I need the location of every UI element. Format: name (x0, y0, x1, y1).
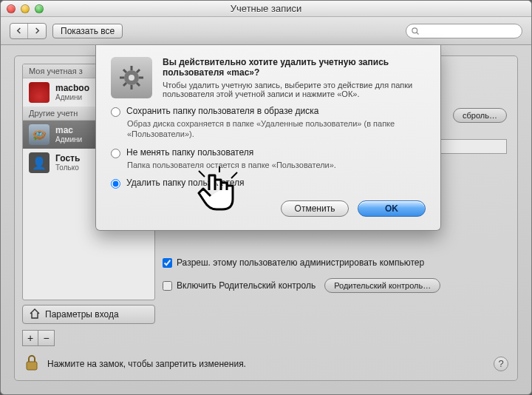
sheet-subtitle: Чтобы удалить учетную запись, выберите э… (163, 81, 426, 98)
option-keep-folder-label: Не менять папку пользователя (126, 147, 253, 158)
search-icon (411, 27, 420, 36)
option-save-disk-image-desc: Образ диска сохраняется в папке «Удаленн… (127, 118, 426, 140)
cancel-button[interactable]: Отменить (281, 200, 349, 217)
preferences-window: Учетные записи Показать все Моя учетная … (0, 0, 532, 395)
svg-line-1 (417, 32, 419, 34)
search-field[interactable] (406, 24, 522, 38)
gear-icon (111, 57, 152, 98)
option-delete-folder-label: Удалить папку пользователя (126, 178, 245, 188)
back-button[interactable] (10, 24, 28, 38)
option-save-disk-image-radio[interactable] (111, 107, 120, 117)
svg-line-8 (123, 70, 126, 72)
delete-account-sheet: Вы действительно хотите удалить учетную … (95, 45, 441, 231)
option-keep-folder-radio[interactable] (111, 149, 120, 158)
svg-line-10 (137, 70, 140, 72)
sheet-title: Вы действительно хотите удалить учетную … (163, 57, 426, 78)
svg-point-0 (412, 27, 417, 33)
search-input[interactable] (423, 27, 517, 36)
option-save-disk-image-label: Сохранить папку пользователя в образе ди… (126, 106, 318, 116)
window-title: Учетные записи (1, 3, 531, 14)
ok-button[interactable]: OK (358, 200, 426, 217)
titlebar[interactable]: Учетные записи (1, 1, 531, 17)
delete-options-group: Сохранить папку пользователя в образе ди… (111, 106, 426, 189)
nav-buttons (10, 23, 47, 39)
toolbar: Показать все (1, 17, 531, 45)
show-all-button[interactable]: Показать все (52, 24, 123, 38)
svg-point-12 (129, 75, 134, 81)
option-delete-folder-radio[interactable] (111, 179, 120, 189)
forward-button[interactable] (28, 24, 46, 38)
svg-line-9 (137, 83, 140, 86)
option-keep-folder-desc: Папка пользователя остается в папке «Пол… (127, 160, 426, 170)
svg-line-11 (123, 83, 126, 86)
